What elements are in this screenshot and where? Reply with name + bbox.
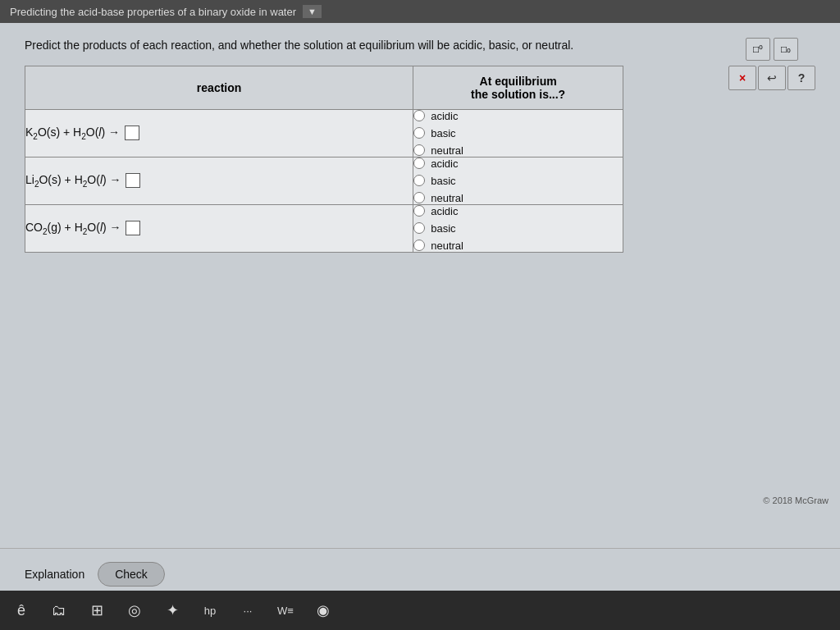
taskbar-btn-word[interactable]: W≡: [267, 594, 304, 627]
taskbar-btn-windows[interactable]: ⊞: [79, 594, 115, 627]
radio-group-1: acidic basic neutral: [413, 110, 623, 157]
question-table: reaction At equilibriumthe solution is..…: [25, 66, 623, 253]
radio-input-neutral-1[interactable]: [413, 144, 425, 156]
explanation-link[interactable]: Explanation: [25, 568, 84, 581]
radio-neutral-2[interactable]: neutral: [413, 192, 623, 204]
symbol-row: □⁰ □₀: [746, 38, 798, 61]
taskbar-btn-files[interactable]: 🗂: [41, 594, 77, 627]
reaction-cell-2: Li2O(s) + H2O(l) →: [25, 157, 413, 204]
radio-input-acidic-1[interactable]: [413, 110, 425, 121]
taskbar-btn-hp[interactable]: hp: [192, 594, 228, 627]
taskbar-btn-dots[interactable]: ···: [230, 594, 266, 627]
radio-acidic-1[interactable]: acidic: [413, 110, 623, 122]
superscript-symbol-btn[interactable]: □⁰: [746, 38, 770, 61]
controls-panel: □⁰ □₀ × ↩ ?: [728, 38, 815, 90]
taskbar: ê 🗂 ⊞ ◎ ✦ hp ··· W≡ ◉: [0, 591, 840, 630]
radio-neutral-1[interactable]: neutral: [413, 144, 623, 157]
radio-basic-2[interactable]: basic: [413, 175, 623, 187]
action-row: × ↩ ?: [728, 66, 815, 90]
page-instruction: Predict the products of each reaction, a…: [25, 38, 815, 54]
undo-button[interactable]: ↩: [758, 66, 786, 90]
taskbar-btn-star[interactable]: ✦: [154, 594, 190, 627]
answer-box-2[interactable]: [126, 173, 140, 188]
taskbar-btn-ie[interactable]: ê: [3, 594, 39, 627]
radio-basic-3[interactable]: basic: [413, 222, 623, 235]
reaction-cell-3: CO2(g) + H2O(l) →: [25, 204, 413, 252]
subscript-symbol-btn[interactable]: □₀: [774, 38, 798, 61]
top-bar: Predicting the acid-base properties of a…: [0, 0, 840, 23]
check-button[interactable]: Check: [98, 562, 165, 587]
radio-input-neutral-3[interactable]: [413, 240, 425, 251]
dropdown-button[interactable]: ▼: [303, 5, 322, 18]
table-header-row: reaction At equilibriumthe solution is..…: [25, 66, 623, 109]
radio-acidic-3[interactable]: acidic: [413, 205, 623, 217]
col-reaction-header: reaction: [25, 66, 413, 109]
reaction-formula-3: CO2(g) + H2O(l) →: [25, 221, 124, 234]
radio-basic-1[interactable]: basic: [413, 127, 623, 139]
table-row: K2O(s) + H2O(l) → acidic basic: [25, 109, 623, 157]
radio-input-acidic-3[interactable]: [413, 205, 425, 217]
radio-input-neutral-2[interactable]: [413, 192, 425, 203]
solution-cell-1: acidic basic neutral: [413, 109, 623, 157]
solution-cell-2: acidic basic neutral: [413, 157, 623, 204]
table-row: Li2O(s) + H2O(l) → acidic basic: [25, 157, 623, 204]
radio-acidic-2[interactable]: acidic: [413, 158, 623, 170]
clear-button[interactable]: ×: [728, 66, 756, 90]
radio-input-basic-1[interactable]: [413, 127, 425, 139]
radio-group-2: acidic basic neutral: [413, 158, 623, 204]
radio-input-acidic-2[interactable]: [413, 158, 425, 169]
radio-input-basic-2[interactable]: [413, 175, 425, 186]
answer-box-3[interactable]: [126, 221, 140, 235]
answer-box-1[interactable]: [125, 126, 139, 140]
col-solution-header: At equilibriumthe solution is...?: [413, 66, 623, 109]
radio-input-basic-3[interactable]: [413, 222, 425, 234]
top-bar-title: Predicting the acid-base properties of a…: [10, 6, 296, 18]
reaction-formula-2: Li2O(s) + H2O(l) →: [25, 173, 124, 186]
table-row: CO2(g) + H2O(l) → acidic basic: [25, 204, 623, 252]
taskbar-btn-media[interactable]: ◎: [116, 594, 153, 627]
help-button[interactable]: ?: [788, 66, 815, 90]
reaction-formula-1: K2O(s) + H2O(l) →: [25, 126, 123, 139]
copyright: © 2018 McGraw: [763, 495, 829, 505]
taskbar-btn-circle[interactable]: ◉: [305, 594, 341, 627]
radio-group-3: acidic basic neutral: [413, 205, 623, 252]
main-content: Predict the products of each reaction, a…: [0, 23, 840, 548]
solution-cell-3: acidic basic neutral: [413, 204, 623, 252]
radio-neutral-3[interactable]: neutral: [413, 240, 623, 252]
reaction-cell-1: K2O(s) + H2O(l) →: [25, 109, 413, 157]
col-reaction-label: reaction: [197, 81, 241, 94]
